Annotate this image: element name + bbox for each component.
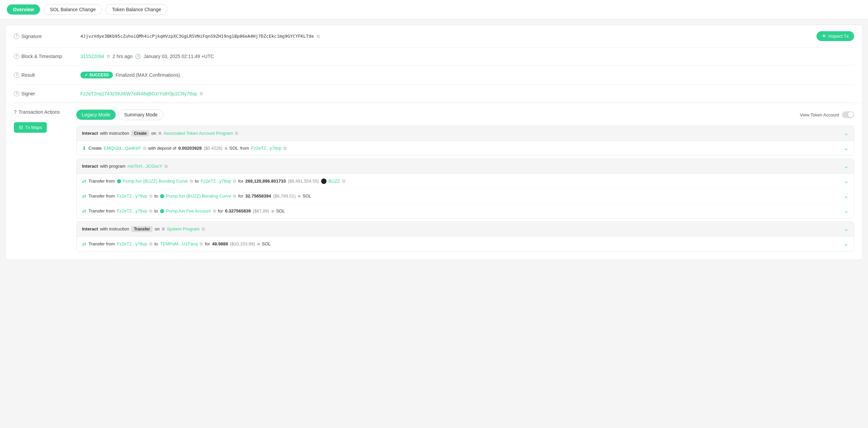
- transfer-icon-3-1: ⇄: [82, 241, 86, 247]
- check-icon: ✓: [84, 73, 88, 77]
- pump-fee-link[interactable]: Pump.fun Fee Account: [166, 208, 211, 213]
- pump-copy-1[interactable]: ⧉: [190, 179, 193, 184]
- sol-icon-3: ≡: [271, 208, 274, 214]
- with-instruction-text-3: with instruction: [100, 226, 129, 231]
- chevron-row-2-1[interactable]: ⌄: [844, 178, 848, 184]
- summary-mode-button[interactable]: Summary Mode: [118, 109, 163, 120]
- pump-fun-bonding-link-1[interactable]: Pump.fun (BUZZ) Bonding Curve: [123, 179, 188, 184]
- instruction-row-2-2: ⇄ Transfer from Fz2eT2...y7ttvp ⧉ to Pum…: [77, 189, 854, 204]
- copy-emqn[interactable]: ⧉: [143, 146, 146, 151]
- signer-label: ? Signer: [14, 91, 75, 96]
- fee-usd: ($67.89): [253, 208, 269, 213]
- instruction-block-3: Interact with instruction Transfer on ≡ …: [76, 221, 854, 252]
- sol-balance-tab[interactable]: SOL Balance Change: [43, 4, 102, 15]
- instruction-block-2: Interact with program minTcH...JCGocY ⧉ …: [76, 159, 854, 219]
- emqn-link[interactable]: EMQn2d...Qa4KkF: [104, 146, 141, 151]
- fz2et2-link-1[interactable]: Fz2eT2...y7ttvp: [251, 146, 282, 151]
- eye-icon: 👁: [822, 34, 826, 39]
- top-bar: Overview SOL Balance Change Token Balanc…: [0, 0, 868, 19]
- program-copy-1[interactable]: ⧉: [235, 131, 238, 136]
- block-label: ? Block & Timestamp: [14, 54, 75, 59]
- on-text-3: on: [155, 226, 159, 231]
- lines-icon-3: ≡: [162, 226, 165, 232]
- system-program-link[interactable]: System Program: [167, 226, 200, 231]
- signer-copy-icon[interactable]: ⧉: [200, 91, 203, 96]
- fz2et2-link-3[interactable]: Fz2eT2...y7ttvp: [117, 193, 147, 199]
- fz2et2-copy-4[interactable]: ⧉: [149, 208, 152, 214]
- sol-icon-1: ≡: [224, 146, 227, 151]
- legacy-mode-button[interactable]: Legacy Mode: [76, 110, 116, 120]
- tempa-copy[interactable]: ⧉: [200, 241, 203, 247]
- create-badge: Create: [131, 130, 149, 136]
- view-token-toggle[interactable]: [842, 111, 854, 118]
- tx-actions-label: ? Transaction Actions: [14, 109, 68, 119]
- chevron-row-2-3[interactable]: ⌄: [844, 208, 848, 214]
- with-program-text: with program: [100, 164, 125, 169]
- buzz-token-link[interactable]: BUZZ: [329, 179, 340, 184]
- download-icon-1: ⬇: [82, 145, 86, 151]
- block-copy-icon[interactable]: ⧉: [107, 54, 110, 59]
- chevron-row-1[interactable]: ⌄: [844, 145, 848, 151]
- fz2et2-link-4[interactable]: Fz2eT2...y7ttvp: [117, 208, 147, 213]
- instruction-header-3: Interact with instruction Transfer on ≡ …: [77, 222, 854, 237]
- fz2et2-link-2[interactable]: Fz2eT2...y7ttvp: [201, 179, 231, 184]
- green-dot-2: [160, 194, 164, 198]
- tempa-amount: 48.9888: [212, 241, 228, 246]
- block-value: 311522094 ⧉ 2 hrs ago 🕐 January 03, 2025…: [80, 54, 854, 59]
- with-instruction-text-1: with instruction: [100, 131, 129, 136]
- token-balance-tab[interactable]: Token Balance Change: [105, 4, 167, 15]
- fz2et2-copy-3[interactable]: ⧉: [149, 193, 152, 199]
- signature-value: 4JjvzVdye3BKb95cZuhoiQMh4icPjkqHVzpXC3Gg…: [80, 34, 811, 39]
- result-label: ? Result: [14, 72, 75, 78]
- signature-help-icon: ?: [14, 34, 19, 39]
- block-help-icon: ?: [14, 54, 19, 59]
- sol-icon-4: ≡: [257, 241, 260, 247]
- tx-maps-button[interactable]: ⛓ Tx Maps: [14, 122, 47, 133]
- signer-value: Fz2eT2nq1743zSfuWW7eiR48qBGzrYstH3p1CRy7…: [80, 91, 854, 96]
- fz2et2-copy-2[interactable]: ⧉: [233, 179, 236, 184]
- signature-copy-icon[interactable]: ⧉: [317, 34, 320, 39]
- mintch-copy[interactable]: ⧉: [164, 164, 167, 169]
- pump-copy-2[interactable]: ⧉: [233, 193, 236, 199]
- fz2et2-link-5[interactable]: Fz2eT2...y7ttvp: [117, 241, 147, 246]
- chevron-row-3-1[interactable]: ⌄: [844, 241, 848, 247]
- inspect-tx-button[interactable]: 👁 Inspect Tx: [816, 31, 854, 41]
- signature-row: ? Signature 4JjvzVdye3BKb95cZuhoiQMh4icP…: [6, 25, 862, 103]
- success-badge: ✓ SUCCESS: [80, 72, 113, 78]
- block-number-link[interactable]: 311522094: [80, 54, 104, 59]
- transfer-icon-2-3: ⇄: [82, 208, 86, 214]
- copy-fz2et2-1[interactable]: ⧉: [283, 146, 287, 151]
- sol-amount-2: 32.75658394: [245, 193, 271, 199]
- mode-bar: Legacy Mode Summary Mode View Token Acco…: [76, 109, 854, 120]
- view-token-container: View Token Account: [800, 111, 854, 118]
- associated-token-program-link[interactable]: Associated Token Account Program: [163, 131, 233, 136]
- overview-tab[interactable]: Overview: [7, 4, 40, 15]
- instruction-header-2: Interact with program minTcH...JCGocY ⧉ …: [77, 159, 854, 174]
- signer-address-link[interactable]: Fz2eT2nq1743zSfuWW7eiR48qBGzrYstH3p1CRy7…: [80, 91, 197, 96]
- pump-fun-bonding-link-2[interactable]: Pump.fun (BUZZ) Bonding Curve: [166, 193, 231, 199]
- signature-text: 4JjvzVdye3BKb95cZuhoiQMh4icPjkqHVzpXC3Gg…: [80, 34, 314, 39]
- main-content: ? Signature 4JjvzVdye3BKb95cZuhoiQMh4icP…: [5, 25, 863, 260]
- green-dot-1: [117, 179, 121, 183]
- chevron-row-2-2[interactable]: ⌄: [844, 193, 848, 199]
- finalized-text: Finalized (MAX Confirmations): [116, 72, 180, 78]
- buzz-copy[interactable]: ⧉: [342, 179, 345, 184]
- pump-fee-copy[interactable]: ⧉: [213, 208, 216, 214]
- tempa-link[interactable]: TEMPaM...U1Fanq: [160, 241, 198, 246]
- lines-icon-1: ≡: [158, 130, 161, 136]
- chevron-1[interactable]: ⌄: [844, 130, 848, 136]
- deposit-usd: ($0.4226): [204, 146, 223, 151]
- transfer-badge: Transfer: [131, 226, 153, 232]
- buzz-usd-1: ($6,481,554.55): [288, 179, 319, 184]
- fz2et2-copy-5[interactable]: ⧉: [149, 241, 152, 247]
- chevron-3[interactable]: ⌄: [844, 226, 848, 232]
- chevron-2[interactable]: ⌄: [844, 163, 848, 169]
- map-icon: ⛓: [19, 125, 23, 130]
- signature-label: ? Signature: [14, 34, 75, 39]
- mintch-link[interactable]: minTcH...JCGocY: [127, 164, 162, 169]
- interact-bold-3: Interact: [82, 226, 98, 231]
- view-token-text: View Token Account: [800, 112, 839, 117]
- green-dot-3: [160, 209, 164, 213]
- tx-actions-help-icon: ?: [14, 109, 17, 115]
- system-program-copy[interactable]: ⧉: [202, 226, 205, 232]
